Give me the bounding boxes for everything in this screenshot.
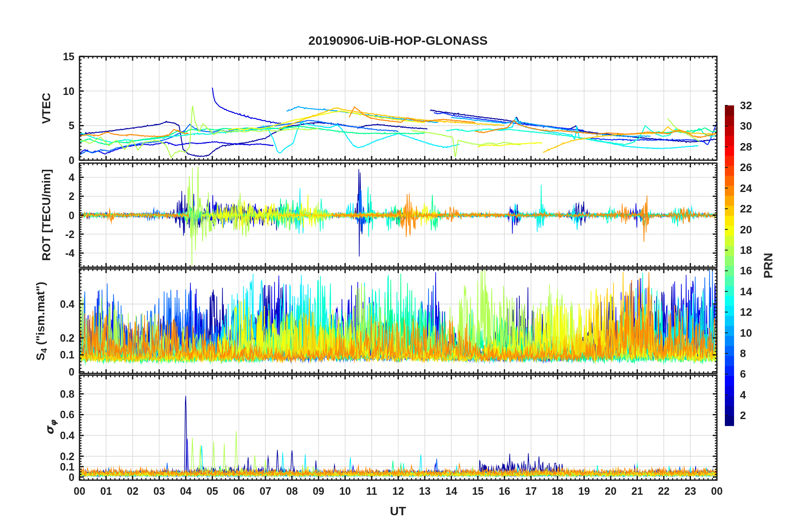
- x-tick-label: 23: [685, 485, 696, 497]
- rot-y-tick-label: 2: [69, 190, 74, 202]
- sigma_phi-y-tick-label: 0.4: [60, 430, 74, 442]
- vtec-axis-label: VTEC: [40, 93, 53, 124]
- x-tick-label: 08: [286, 485, 298, 497]
- figure-root: 20190906-UiB-HOP-GLONASS VTEC ROT [TECU/…: [0, 0, 796, 532]
- x-tick-label: 17: [525, 485, 537, 497]
- vtec-y-tick-label: 0: [69, 154, 74, 166]
- colorbar-tick-label: 8: [740, 347, 746, 360]
- sigma_phi-y-tick-label: 0.2: [60, 450, 74, 462]
- colorbar-tick-label: 24: [740, 182, 752, 194]
- x-tick-label: 22: [658, 485, 670, 497]
- x-tick-label: 21: [632, 485, 643, 497]
- sigma-phi-axis-label: σφ: [43, 420, 58, 435]
- x-tick-label: 09: [313, 485, 324, 497]
- x-tick-label: 00: [711, 485, 723, 497]
- chart-title: 20190906-UiB-HOP-GLONASS: [308, 33, 488, 48]
- x-tick-label: 14: [446, 485, 457, 497]
- x-tick-label: 01: [100, 485, 112, 497]
- s4-axis-label: S4 ("ism.mat"): [34, 282, 49, 361]
- x-tick-label: 03: [153, 485, 165, 497]
- s4-y-tick-label: 0: [69, 366, 74, 378]
- colorbar-tick-label: 4: [740, 388, 746, 401]
- x-tick-label: 13: [419, 485, 431, 497]
- sigma_phi-y-tick-label: 0.1: [60, 460, 74, 473]
- colorbar-tick-label: 28: [740, 140, 752, 153]
- x-tick-label: 11: [366, 485, 377, 497]
- x-tick-label: 10: [339, 485, 351, 497]
- x-tick-label: 00: [74, 485, 85, 497]
- colorbar-tick-label: 16: [740, 264, 752, 277]
- rot-axis-label: ROT [TECU/min]: [40, 169, 53, 261]
- x-tick-label: 12: [393, 485, 404, 497]
- colorbar-tick-label: 10: [740, 326, 752, 339]
- s4-y-tick-label: 0.1: [60, 349, 74, 361]
- x-tick-label: 18: [552, 485, 563, 497]
- colorbar-tick-label: 18: [740, 243, 752, 256]
- s4-y-tick-label: 0.4: [60, 298, 74, 310]
- colorbar-tick-label: 32: [740, 99, 752, 112]
- vtec-y-tick-label: 15: [63, 51, 74, 63]
- colorbar-tick-label: 6: [740, 368, 746, 381]
- s4-y-tick-label: 0.2: [60, 332, 74, 344]
- colorbar-tick-label: 30: [740, 120, 752, 133]
- x-tick-label: 16: [498, 485, 510, 497]
- x-tick-label: 20: [605, 485, 616, 497]
- colorbar-tick-label: 2: [740, 409, 746, 422]
- vtec-y-tick-label: 10: [63, 85, 74, 97]
- vtec-y-tick-label: 5: [69, 120, 74, 132]
- colorbar-tick-label: 14: [740, 285, 752, 298]
- rot-y-tick-label: 0: [69, 209, 74, 221]
- colorbar-tick-label: 22: [740, 202, 752, 215]
- rot-y-tick-label: -2: [65, 228, 74, 240]
- x-tick-label: 02: [127, 485, 139, 497]
- x-tick-label: 07: [259, 485, 271, 497]
- rot-y-tick-label: 4: [69, 171, 74, 183]
- x-tick-label: 04: [180, 485, 192, 497]
- x-tick-label: 06: [233, 485, 245, 497]
- x-tick-label: 15: [472, 485, 484, 497]
- rot-y-tick-label: -4: [65, 247, 74, 259]
- chart-canvas: [0, 0, 796, 532]
- colorbar-tick-label: 20: [740, 223, 752, 236]
- x-axis-label: UT: [390, 504, 406, 518]
- sigma_phi-y-tick-label: 0.6: [60, 409, 74, 421]
- x-tick-label: 05: [206, 485, 218, 497]
- colorbar-tick-label: 12: [740, 306, 752, 319]
- colorbar-label: PRN: [762, 253, 775, 278]
- x-tick-label: 19: [578, 485, 590, 497]
- sigma_phi-y-tick-label: 0.8: [60, 388, 74, 400]
- colorbar-tick-label: 26: [740, 161, 752, 174]
- sigma_phi-y-tick-label: 0: [69, 471, 74, 483]
